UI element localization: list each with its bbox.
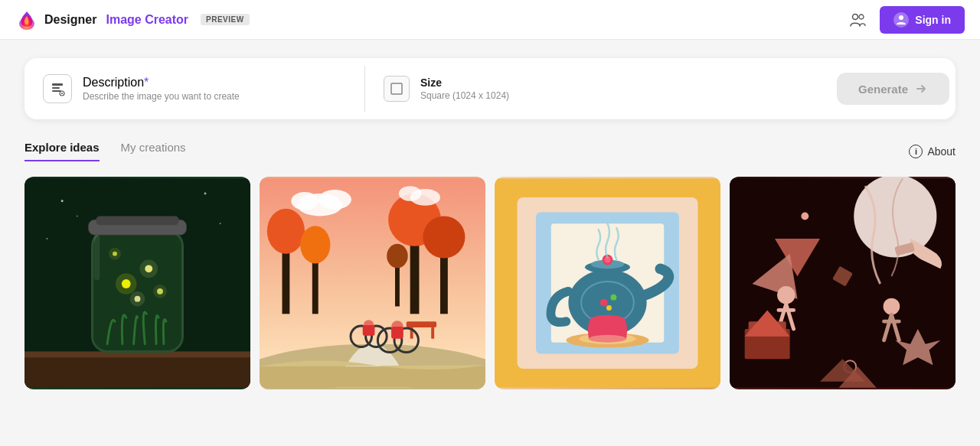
svg-point-50 [318, 190, 351, 210]
abstract-illustration [730, 177, 956, 389]
svg-point-84 [884, 298, 900, 315]
generate-button[interactable]: Generate [837, 73, 949, 105]
about-label: About [927, 145, 956, 158]
svg-rect-46 [407, 321, 436, 327]
app-header: Designer Image Creator PREVIEW Sign in [0, 0, 980, 40]
tab-explore-ideas[interactable]: Explore ideas [24, 141, 100, 161]
svg-rect-4 [52, 83, 63, 86]
description-label: Description* [83, 76, 240, 90]
svg-point-2 [859, 15, 864, 19]
description-section: Description* Describe the image you want… [24, 74, 364, 103]
svg-point-27 [153, 285, 167, 298]
sign-in-button[interactable]: Sign in [880, 6, 965, 34]
svg-point-83 [777, 286, 795, 304]
description-placeholder: Describe the image you want to create [83, 91, 240, 102]
image-card-cyclists[interactable] [260, 177, 485, 389]
image-card-abstract[interactable] [730, 177, 956, 389]
tabs-area: Explore ideas My creations i About [24, 141, 956, 161]
main-content: Description* Describe the image you want… [0, 40, 980, 408]
svg-point-51 [291, 192, 318, 210]
svg-rect-48 [431, 327, 434, 339]
arrow-right-icon [914, 82, 928, 96]
sign-in-label: Sign in [915, 14, 951, 26]
svg-point-19 [116, 273, 137, 295]
size-label: Size [420, 77, 509, 89]
svg-rect-57 [363, 325, 375, 336]
cyclists-illustration [260, 177, 485, 389]
image-card-firefly[interactable] [24, 177, 250, 389]
svg-point-21 [139, 260, 158, 278]
size-icon [384, 76, 410, 102]
logo-image-creator-text: Image Creator [106, 13, 188, 27]
svg-rect-61 [391, 327, 403, 339]
tab-my-creations[interactable]: My creations [121, 141, 186, 161]
svg-rect-28 [93, 235, 100, 280]
about-button[interactable]: i About [909, 145, 956, 158]
svg-point-30 [204, 193, 207, 195]
svg-point-25 [109, 248, 121, 260]
size-value: Square (1024 x 1024) [420, 90, 509, 101]
svg-point-23 [130, 291, 145, 307]
share-people-button[interactable] [844, 7, 871, 33]
svg-rect-17 [96, 216, 178, 225]
header-actions: Sign in [844, 6, 965, 34]
preview-badge: PREVIEW [201, 14, 250, 25]
image-card-teapot[interactable] [495, 177, 720, 389]
designer-logo-icon [15, 8, 38, 31]
svg-rect-62 [260, 366, 485, 388]
svg-point-33 [77, 216, 78, 217]
description-text-area: Description* Describe the image you want… [83, 76, 240, 102]
generate-label: Generate [858, 83, 908, 96]
svg-point-76 [600, 299, 608, 307]
svg-point-45 [387, 244, 408, 268]
teapot-illustration [495, 177, 720, 389]
size-text-area: Size Square (1024 x 1024) [420, 77, 509, 101]
description-text-icon [50, 81, 65, 96]
sign-in-person-icon [893, 12, 909, 28]
svg-point-77 [610, 295, 616, 301]
svg-point-89 [801, 213, 808, 220]
logo-area: Designer Image Creator PREVIEW [15, 8, 250, 31]
svg-point-31 [47, 238, 48, 239]
tabs: Explore ideas My creations [24, 141, 207, 161]
svg-point-29 [61, 200, 64, 202]
svg-point-37 [267, 209, 305, 254]
square-icon [390, 82, 403, 96]
svg-point-3 [899, 15, 903, 20]
svg-point-75 [589, 335, 626, 343]
svg-rect-5 [52, 87, 60, 89]
text-icon [43, 74, 72, 103]
input-card: Description* Describe the image you want… [24, 58, 956, 119]
svg-point-39 [300, 226, 330, 263]
svg-rect-10 [391, 83, 402, 94]
svg-rect-6 [52, 90, 61, 92]
image-grid [24, 177, 956, 389]
svg-rect-44 [395, 261, 400, 306]
svg-point-1 [853, 14, 858, 19]
people-icon [849, 11, 866, 28]
firefly-jar-illustration [24, 177, 250, 389]
svg-point-32 [220, 223, 221, 224]
svg-point-43 [423, 216, 465, 258]
logo-designer-text: Designer [44, 13, 96, 27]
info-icon: i [909, 145, 923, 158]
svg-point-78 [606, 305, 612, 311]
svg-rect-14 [93, 231, 183, 351]
size-section[interactable]: Size Square (1024 x 1024) [365, 76, 534, 102]
svg-point-53 [399, 186, 422, 201]
